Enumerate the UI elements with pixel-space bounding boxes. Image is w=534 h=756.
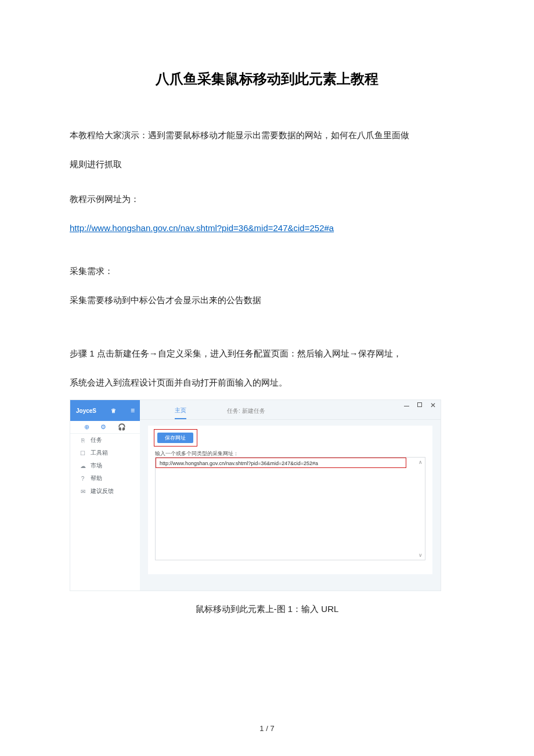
tab-bar: 主页 任务: 新建任务 [140, 400, 441, 420]
need-text: 采集需要移动到中标公告才会显示出来的公告数据 [70, 288, 464, 312]
sidebar-item-feedback[interactable]: ✉ 建议反馈 [70, 485, 140, 498]
sidebar-item-label: 建议反馈 [91, 487, 114, 495]
scroll-down-icon[interactable]: ∨ [417, 552, 423, 558]
url-textarea[interactable]: http://www.hongshan.gov.cn/nav.shtml?pid… [155, 457, 425, 560]
content-panel: 保存网址 输入一个或多个同类型的采集网址： http://www.hongsha… [148, 426, 432, 574]
toolbox-icon: ☐ [80, 450, 86, 456]
market-icon: ☁ [80, 463, 86, 469]
gear-icon[interactable]: ⚙ [100, 423, 106, 431]
url-value: http://www.hongshan.gov.cn/nav.shtml?pid… [160, 459, 402, 467]
window-buttons: ✕ [404, 402, 436, 408]
app-screenshot: JoyceS ♕ ≡ ⊕ ⚙ 🎧 ⎘ 任务 ☐ 工具箱 ☁ 市场 ? 帮助 ✉ … [70, 399, 441, 591]
scroll-up-icon[interactable]: ∧ [417, 459, 423, 465]
main-panel: ✕ 主页 任务: 新建任务 保存网址 输入一个或多个同类型的采集网址： http… [140, 400, 441, 591]
example-url-link[interactable]: http://www.hongshan.gov.cn/nav.shtml?pid… [70, 216, 334, 240]
sidebar-icon-row: ⊕ ⚙ 🎧 [70, 421, 140, 434]
sidebar-item-label: 市场 [91, 462, 102, 470]
help-icon: ? [80, 476, 86, 482]
step1-line-b: 系统会进入到流程设计页面并自动打开前面输入的网址。 [70, 370, 464, 395]
bell-icon[interactable]: 🎧 [118, 423, 126, 431]
example-url-label: 教程示例网址为： [70, 187, 464, 211]
sidebar-item-toolbox[interactable]: ☐ 工具箱 [70, 447, 140, 459]
sidebar-header: JoyceS ♕ ≡ [70, 400, 140, 421]
brand-label: JoyceS [76, 408, 96, 414]
intro-line-2: 规则进行抓取 [70, 152, 464, 177]
page-number: 1 / 7 [0, 724, 534, 733]
minimize-icon[interactable] [404, 406, 409, 406]
intro-line-1: 本教程给大家演示：遇到需要鼠标移动才能显示出需要数据的网站，如何在八爪鱼里面做 [70, 123, 464, 147]
doc-title: 八爪鱼采集鼠标移动到此元素上教程 [70, 70, 464, 88]
need-label: 采集需求： [70, 259, 464, 283]
sidebar: JoyceS ♕ ≡ ⊕ ⚙ 🎧 ⎘ 任务 ☐ 工具箱 ☁ 市场 ? 帮助 ✉ … [70, 400, 140, 591]
sidebar-item-market[interactable]: ☁ 市场 [70, 459, 140, 472]
tab-new-task[interactable]: 任务: 新建任务 [227, 407, 265, 419]
sidebar-item-label: 任务 [91, 436, 102, 444]
feedback-icon: ✉ [80, 488, 86, 495]
tab-home[interactable]: 主页 [175, 406, 186, 419]
plus-icon[interactable]: ⊕ [84, 423, 89, 431]
hamburger-icon[interactable]: ≡ [131, 406, 134, 415]
sidebar-item-label: 帮助 [91, 474, 102, 483]
figure-caption: 鼠标移动到此元素上-图 1：输入 URL [70, 604, 464, 615]
tasks-icon: ⎘ [80, 437, 86, 444]
sidebar-item-label: 工具箱 [91, 449, 108, 457]
sidebar-item-help[interactable]: ? 帮助 [70, 472, 140, 485]
close-icon[interactable]: ✕ [430, 402, 436, 408]
crown-icon: ♕ [111, 408, 116, 414]
step1-line-a: 步骤 1 点击新建任务→自定义采集，进入到任务配置页面：然后输入网址→保存网址， [70, 341, 464, 366]
maximize-icon[interactable] [417, 402, 422, 407]
sidebar-item-tasks[interactable]: ⎘ 任务 [70, 434, 140, 447]
save-url-button[interactable]: 保存网址 [157, 433, 193, 443]
